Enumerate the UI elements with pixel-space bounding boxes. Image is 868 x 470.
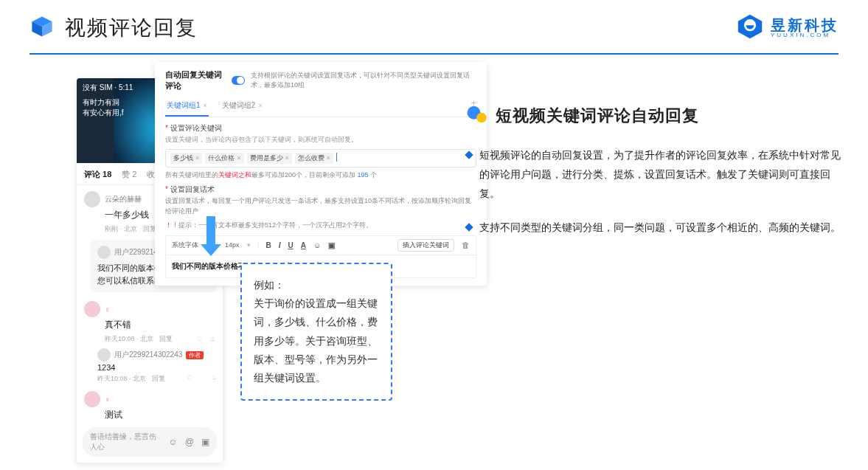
diamond-icon (465, 223, 473, 231)
heart-icon[interactable]: ♡ (187, 374, 192, 384)
example-body: 关于询价的设置成一组关键词，多少钱、什么价格，费用多少等。关于咨询班型、版本、型… (254, 297, 378, 384)
user-name: ♀ (105, 395, 111, 404)
cube-icon (29, 14, 55, 42)
keyword-chip[interactable]: 多少钱× (170, 153, 202, 164)
field-keywords-label: 设置评论关键词 (165, 123, 476, 134)
comment-2-reply: 用户2299214302243 作者 1234 昨天10:08 · 北京 回复 … (97, 348, 217, 384)
comment-input-placeholder[interactable]: 善语结善缘，恶言伤人心 (90, 432, 163, 452)
field-reply-label: 设置回复话术 (165, 184, 476, 195)
header-left: 视频评论回复 (29, 14, 198, 42)
comment-3: ♀ 测试 (77, 385, 223, 423)
reply-text: 1234 (97, 363, 217, 372)
insert-keyword-button[interactable]: 插入评论关键词 (397, 239, 454, 252)
video-caption: 有时力有洞 有安心有用,f (83, 97, 127, 118)
section-title: 短视频关键词评论自动回复 (496, 105, 699, 127)
comment-meta: 昨天10:08 · 北京 (105, 334, 153, 344)
tab-likes[interactable]: 赞 2 (122, 169, 136, 180)
header-divider (29, 53, 839, 55)
status-bar: 没有 SIM · 5:11 (83, 83, 133, 93)
arrow-down-icon (201, 216, 221, 256)
keyword-input[interactable]: 多少钱× 什么价格× 费用是多少× 怎么收费× (165, 149, 476, 167)
right-column: 短视频关键词评论自动回复 短视频评论的自动回复设置，为了提升作者的评论回复效率，… (466, 103, 850, 252)
reply-note-1: 设置回复话术，每回复一个用户评论只发送一条话术，最多支持设置10条不同话术，按添… (165, 196, 476, 216)
keyword-group-tab-1[interactable]: 关键词组1× (165, 97, 209, 117)
example-box: 例如： 关于询价的设置成一组关键词，多少钱、什么价格，费用多少等。关于咨询班型、… (240, 263, 392, 401)
close-icon[interactable]: × (258, 102, 262, 109)
close-icon[interactable]: × (204, 102, 207, 109)
keyword-group-tab-2[interactable]: 关键词组2× (221, 97, 264, 117)
dislike-icon[interactable]: ♤ (211, 374, 217, 384)
font-select[interactable]: 系统字体 (172, 241, 198, 250)
bullet-1: 短视频评论的自动回复设置，为了提升作者的评论回复效率，在系统中针对常见的评论用户… (466, 146, 850, 204)
tab-comments[interactable]: 评论 18 (84, 169, 111, 180)
emoji-icon[interactable]: ☺ (313, 241, 321, 249)
avatar (84, 391, 100, 407)
reply-meta: 昨天10:08 · 北京 (97, 374, 146, 384)
reply-user: 用户2299214302243 (114, 350, 182, 360)
page-header: 视频评论回复 昱新科技 YUUXIN.COM (0, 0, 868, 49)
user-name: 云朵的赫赫 (105, 194, 142, 204)
diamond-icon (465, 151, 473, 159)
avatar (84, 301, 100, 317)
keyword-chip[interactable]: 什么价格× (205, 153, 243, 164)
reply-link[interactable]: 回复 (159, 334, 173, 344)
user-name: ♀ (105, 305, 111, 314)
comment-input-bar[interactable]: 善语结善缘，恶言伤人心 ☺ @ ▣ (83, 427, 217, 457)
svg-point-6 (476, 113, 487, 123)
underline-icon[interactable]: U (288, 241, 294, 249)
field-keywords-sub: 设置关键词，当评论内容包含了以下关键词，则系统可自动回复。 (165, 135, 476, 145)
image-icon[interactable]: ▣ (201, 437, 209, 447)
logo-mark-icon (737, 13, 763, 43)
bullet-text: 短视频评论的自动回复设置，为了提升作者的评论回复效率，在系统中针对常见的评论用户… (479, 146, 850, 204)
toggle-label: 自动回复关键词评论 (165, 69, 226, 91)
avatar (97, 246, 111, 259)
page-title: 视频评论回复 (65, 14, 198, 42)
emoji-icon[interactable]: ☺ (169, 437, 178, 447)
text-cursor (336, 153, 337, 162)
brand-logo: 昱新科技 YUUXIN.COM (737, 13, 839, 43)
toggle-desc: 支持根据评论的关键词设置回复话术，可以针对不同类型关键词设置回复话术，最多添加1… (251, 71, 476, 90)
comment-text: 测试 (105, 409, 215, 421)
author-tag: 作者 (186, 351, 204, 359)
size-select[interactable]: 14px (225, 241, 240, 249)
italic-icon[interactable]: I (279, 241, 281, 249)
keyword-chip[interactable]: 怎么收费× (295, 153, 333, 164)
bubble-icon (466, 103, 488, 128)
auto-reply-toggle[interactable] (232, 76, 245, 85)
reply-link[interactable]: 回复 (143, 224, 156, 234)
bullet-2: 支持不同类型的关键词分组，同一类问题，可设置多个相近的、高频的关键词。 (466, 218, 850, 238)
heart-icon[interactable]: ♡ (196, 336, 202, 343)
color-icon[interactable]: A (301, 241, 306, 249)
keyword-count-note: 所有关键词组里的关键词之和最多可添加200个，目前剩余可添加 195 个 (165, 170, 476, 180)
bullet-text: 支持不同类型的关键词分组，同一类问题，可设置多个相近的、高频的关键词。 (479, 218, 841, 238)
at-icon[interactable]: @ (185, 437, 194, 447)
bold-icon[interactable]: B (266, 241, 271, 249)
avatar (84, 191, 100, 207)
reply-link[interactable]: 回复 (152, 374, 165, 384)
comment-meta: 刚刚 · 北京 (105, 224, 137, 234)
logo-cn: 昱新科技 (771, 18, 839, 32)
example-title: 例如： (254, 276, 379, 294)
keyword-chip[interactable]: 费用是多少× (247, 153, 292, 164)
comment-2: ♀ 真不错 昨天10:08 · 北京 回复 ♡♤ (77, 295, 223, 345)
comment-text: 真不错 (105, 319, 215, 331)
logo-en: YUUXIN.COM (771, 32, 839, 38)
image-icon[interactable]: ▣ (328, 241, 335, 249)
dislike-icon[interactable]: ♤ (209, 336, 215, 343)
avatar (97, 348, 111, 362)
